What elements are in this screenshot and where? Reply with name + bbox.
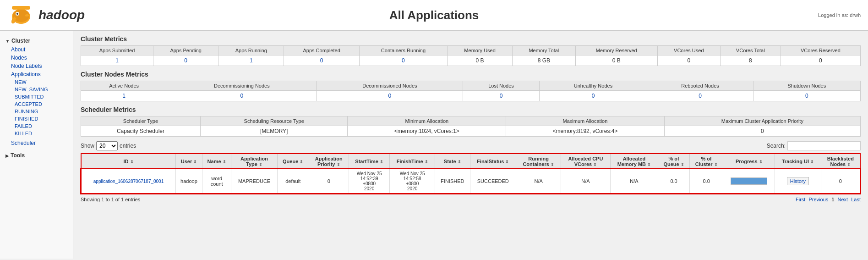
progress-bar-fill (731, 178, 767, 184)
col-start-time[interactable]: StartTime ⇕ (349, 154, 389, 169)
sidebar-sub-item-killed[interactable]: KILLED (4, 130, 69, 137)
val-max-cluster-priority: 0 (664, 126, 860, 137)
col-unhealthy-nodes: Unhealthy Nodes (539, 81, 647, 91)
col-pct-cluster[interactable]: % ofCluster ⇕ (689, 154, 723, 169)
pagination-first[interactable]: First (796, 197, 805, 202)
sidebar-sub-item-running[interactable]: RUNNING (4, 108, 69, 115)
search-label: Search: (767, 143, 786, 149)
col-pct-queue[interactable]: % ofQueue ⇕ (658, 154, 690, 169)
sidebar-item-about[interactable]: About (4, 45, 69, 54)
val-apps-submitted[interactable]: 1 (81, 55, 153, 66)
finish-sort-icon: ⇕ (425, 160, 428, 164)
col-apps-submitted: Apps Submitted (81, 46, 153, 55)
val-apps-pending[interactable]: 0 (153, 55, 218, 66)
col-apps-running: Apps Running (218, 46, 284, 55)
main-content: Cluster Metrics Apps Submitted Apps Pend… (73, 31, 868, 259)
cell-id[interactable]: application_1606287067187_0001 (81, 169, 176, 194)
sidebar-sub-item-accepted[interactable]: ACCEPTED (4, 100, 69, 108)
tools-section-header[interactable]: Tools (4, 151, 69, 160)
sidebar-item-nodes[interactable]: Nodes (4, 54, 69, 62)
col-priority[interactable]: ApplicationPriority ⇕ (309, 154, 349, 169)
col-memory-reserved: Memory Reserved (575, 46, 657, 55)
val-apps-running[interactable]: 1 (218, 55, 284, 66)
col-scheduling-resource-type: Scheduling Resource Type (200, 116, 348, 126)
show-entries: Show 20 50 100 entries (81, 141, 136, 150)
hadoop-logo-icon (7, 4, 35, 27)
col-decommissioning-nodes: Decommissioning Nodes (167, 81, 317, 91)
col-lost-nodes: Lost Nodes (463, 81, 539, 91)
header: hadoop All Applications Logged in as: dr… (0, 0, 868, 31)
col-user[interactable]: User ⇕ (176, 154, 202, 169)
cell-progress (723, 169, 775, 194)
val-memory-used: 0 B (448, 55, 513, 66)
col-apps-completed: Apps Completed (284, 46, 359, 55)
sidebar-item-applications[interactable]: Applications (4, 70, 69, 78)
cell-tracking-ui[interactable]: History (775, 169, 821, 194)
val-min-allocation: <memory:1024, vCores:1> (348, 126, 506, 137)
col-allocated-cpu[interactable]: Allocated CPUVCores ⇕ (561, 154, 610, 169)
val-unhealthy-nodes[interactable]: 0 (539, 91, 647, 101)
cell-name: wordcount (202, 169, 231, 194)
tools-section: Tools (0, 149, 73, 162)
logo: hadoop (7, 4, 85, 27)
sidebar-sub-item-submitted[interactable]: SUBMITTED (4, 93, 69, 100)
col-queue[interactable]: Queue ⇕ (277, 154, 309, 169)
col-app-type[interactable]: ApplicationType ⇕ (231, 154, 277, 169)
col-running-containers[interactable]: RunningContainers ⇕ (516, 154, 561, 169)
pagination-previous[interactable]: Previous (808, 197, 828, 202)
pagination-last[interactable]: Last (851, 197, 861, 202)
sidebar-item-scheduler[interactable]: Scheduler (4, 139, 69, 147)
val-vcores-reserved: 0 (781, 55, 860, 66)
col-max-allocation: Maximum Allocation (506, 116, 665, 126)
val-vcores-used: 0 (657, 55, 720, 66)
cluster-section-header[interactable]: Cluster (4, 36, 69, 45)
col-memory-total: Memory Total (513, 46, 575, 55)
sidebar-sub-item-failed[interactable]: FAILED (4, 122, 69, 130)
val-containers-running[interactable]: 0 (359, 55, 447, 66)
val-lost-nodes[interactable]: 0 (463, 91, 539, 101)
col-id[interactable]: ID ⇕ (81, 154, 176, 169)
pagination-next[interactable]: Next (838, 197, 848, 202)
col-tracking-ui[interactable]: Tracking UI ⇕ (775, 154, 821, 169)
col-final-status[interactable]: FinalStatus ⇕ (470, 154, 516, 169)
cell-blacklisted-nodes: 0 (821, 169, 860, 194)
col-finish-time[interactable]: FinishTime ⇕ (390, 154, 435, 169)
footer-info: Showing 1 to 1 of 1 entries First Previo… (81, 197, 861, 202)
entries-select[interactable]: 20 50 100 (96, 141, 118, 150)
val-vcores-total: 8 (720, 55, 781, 66)
val-active-nodes[interactable]: 1 (81, 91, 167, 101)
cluster-metrics-table: Apps Submitted Apps Pending Apps Running… (81, 45, 861, 66)
cluster-metrics-title: Cluster Metrics (81, 35, 861, 43)
col-name[interactable]: Name ⇕ (202, 154, 231, 169)
val-rebooted-nodes[interactable]: 0 (647, 91, 753, 101)
cell-pct-queue: 0.0 (658, 169, 690, 194)
history-button[interactable]: History (787, 177, 809, 185)
progress-sort-icon: ⇕ (759, 160, 763, 164)
val-apps-completed[interactable]: 0 (284, 55, 359, 66)
user-info: Logged in as: drwh (818, 12, 861, 18)
col-containers-running: Containers Running (359, 46, 447, 55)
sidebar-sub-item-new-saving[interactable]: NEW_SAVING (4, 86, 69, 93)
cell-allocated-cpu: N/A (561, 169, 610, 194)
col-progress[interactable]: Progress ⇕ (723, 154, 775, 169)
sidebar-sub-item-new[interactable]: NEW (4, 78, 69, 86)
val-shutdown-nodes[interactable]: 0 (753, 91, 860, 101)
svg-rect-4 (12, 6, 30, 10)
search-input[interactable] (787, 141, 861, 150)
val-decommissioned-nodes[interactable]: 0 (317, 91, 463, 101)
entries-label: entries (120, 143, 136, 149)
col-state[interactable]: State ⇕ (435, 154, 470, 169)
sidebar-sub-item-finished[interactable]: FINISHED (4, 115, 69, 122)
sidebar-item-node-labels[interactable]: Node Labels (4, 62, 69, 70)
cluster-section: Cluster About Nodes Node Labels Applicat… (0, 34, 73, 149)
col-active-nodes: Active Nodes (81, 81, 167, 91)
val-decommissioning-nodes[interactable]: 0 (167, 91, 317, 101)
cell-state: FINISHED (435, 169, 470, 194)
col-allocated-memory[interactable]: AllocatedMemory MB ⇕ (610, 154, 658, 169)
col-blacklisted-nodes[interactable]: BlacklistedNodes ⇕ (821, 154, 860, 169)
col-max-cluster-priority: Maximum Cluster Application Priority (664, 116, 860, 126)
pagination-page[interactable]: 1 (831, 197, 834, 202)
svg-point-3 (16, 13, 18, 15)
cluster-section-label: Cluster (11, 38, 30, 44)
col-rebooted-nodes: Rebooted Nodes (647, 81, 753, 91)
